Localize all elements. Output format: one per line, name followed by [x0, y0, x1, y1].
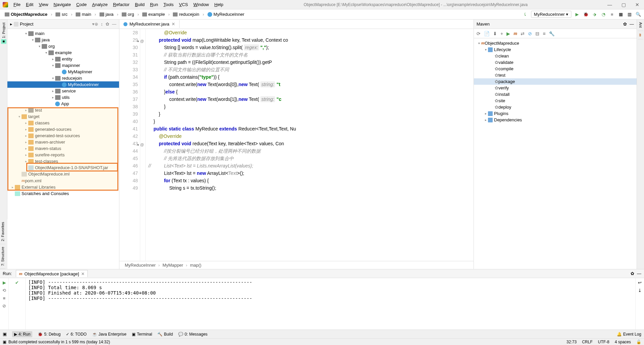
collapse-all-icon[interactable]: ⊟ — [535, 31, 539, 36]
hide-icon[interactable]: — — [637, 271, 641, 276]
tree-item[interactable]: ▸surefire-reports — [7, 152, 119, 158]
maven-item[interactable]: ✿ install — [474, 91, 637, 98]
tree-item[interactable]: ▸test-classes — [7, 158, 119, 164]
close-tab-icon[interactable]: ✕ — [172, 22, 175, 27]
tree-item[interactable]: ▸maven-archiver — [7, 139, 119, 145]
tool-terminal[interactable]: ▣ Terminal — [132, 332, 152, 337]
tree-item[interactable]: ▸service — [7, 88, 119, 94]
tool-messages[interactable]: 💬 0: Messages — [178, 332, 207, 337]
tree-item[interactable]: ▸generated-sources — [7, 126, 119, 132]
toggle-icon[interactable]: ⟲ — [2, 288, 6, 293]
coverage-button[interactable]: ⬗ — [592, 11, 598, 17]
maven-item[interactable]: ▸ Plugins — [474, 110, 637, 117]
reload-icon[interactable]: ⟳ — [477, 31, 481, 36]
maven-item[interactable]: ✿ package — [474, 78, 637, 85]
scroll-icon[interactable]: ⤓ — [638, 288, 642, 293]
tree-item[interactable]: ▸classes — [7, 120, 119, 126]
exit-icon[interactable]: ⊘ — [2, 303, 6, 308]
wrench-icon[interactable]: 🔧 — [549, 31, 555, 36]
menu-vcs[interactable]: VCS — [176, 1, 191, 8]
menu-window[interactable]: Window — [191, 1, 212, 8]
profile-button[interactable]: ◔ — [600, 11, 606, 17]
menu-edit[interactable]: Edit — [23, 1, 36, 8]
cursor-position[interactable]: 32:73 — [567, 340, 577, 344]
collapse-icon[interactable]: ↕ — [101, 22, 103, 27]
tree-item[interactable]: ObjectMapreduce.iml — [7, 171, 119, 177]
editor-tab[interactable]: MyReduceInner.java ✕ — [119, 20, 180, 28]
tree-item[interactable]: ▾java — [7, 37, 119, 43]
menu-view[interactable]: View — [36, 1, 51, 8]
stop-button[interactable]: ■ — [609, 11, 615, 17]
tree-item[interactable]: ▾mapinner — [7, 62, 119, 69]
toggle-tool-windows-icon[interactable]: ▣ — [3, 332, 7, 337]
breadcrumb-item[interactable]: MyReduceInner — [205, 11, 247, 17]
maven-item[interactable]: ▾m ObjectMapreduce — [474, 40, 637, 46]
layout-icon2[interactable]: ▥ — [627, 11, 633, 17]
indent-setting[interactable]: 4 spaces — [615, 340, 631, 344]
settings-icon[interactable]: ✿ — [106, 22, 109, 27]
readonly-lock-icon[interactable]: 🔓 — [636, 340, 641, 344]
breadcrumb-item[interactable]: java — [98, 11, 116, 17]
download-icon[interactable]: ⬇ — [493, 31, 497, 36]
project-tree[interactable]: ▾main▾java▾org▾example▸entity▾mapinnerMy… — [7, 29, 119, 269]
soft-wrap-icon[interactable]: ↩ — [638, 280, 642, 285]
right-tab-ant[interactable]: Ant — [638, 20, 643, 31]
menu-navigate[interactable]: Navigate — [51, 1, 73, 8]
left-tab-project[interactable]: ■ 1: Project — [1, 20, 6, 47]
line-gutter[interactable]: 2829● @3031323334353637383940414243● @44… — [119, 29, 140, 261]
tree-item[interactable]: ObjectMapreduce-1.0-SNAPSHOT.jar — [7, 164, 119, 171]
maven-item[interactable]: ✿ site — [474, 98, 637, 104]
event-log[interactable]: 🔔 Event Log — [617, 332, 641, 337]
tree-item[interactable]: mpom.xml — [7, 177, 119, 184]
tree-item[interactable]: ▸entity — [7, 56, 119, 62]
left-tab-structure[interactable]: 7: Structure — [0, 244, 5, 269]
tree-item[interactable]: MyReduceInner — [7, 81, 119, 88]
show-icon[interactable]: ≡ — [543, 31, 545, 36]
menu-help[interactable]: Help — [212, 1, 226, 8]
tree-item[interactable]: App — [7, 101, 119, 107]
rerun-icon[interactable]: ▶ — [3, 280, 6, 285]
tree-item[interactable]: ▸maven-status — [7, 145, 119, 152]
tree-item[interactable]: MyMapInner — [7, 69, 119, 75]
maven-item[interactable]: ✿ compile — [474, 66, 637, 72]
tree-item[interactable]: ▾reducejoin — [7, 75, 119, 81]
menu-refactor[interactable]: Refactor — [110, 1, 132, 8]
tree-item[interactable]: ▾org — [7, 43, 119, 49]
maven-item[interactable]: ▸ Dependencies — [474, 117, 637, 123]
menu-build[interactable]: Build — [132, 1, 147, 8]
right-tab-maven[interactable]: m — [638, 31, 643, 40]
breadcrumb-item[interactable]: src — [53, 11, 69, 17]
run-output[interactable]: [INFO] ---------------------------------… — [26, 278, 635, 330]
minimize-button[interactable]: — — [605, 1, 614, 8]
close-button[interactable]: ✕ — [633, 1, 641, 8]
maven-item[interactable]: ✿ deploy — [474, 104, 637, 110]
run-button[interactable]: ▶ — [574, 11, 580, 17]
hide-icon[interactable]: — — [630, 22, 634, 27]
offline-icon[interactable]: ⊘ — [528, 31, 532, 36]
tree-item[interactable]: ▸utils — [7, 94, 119, 101]
maximize-button[interactable]: ▢ — [619, 1, 628, 8]
run-icon[interactable]: ▶ — [506, 31, 510, 36]
tool-java-enterprise[interactable]: ☕ Java Enterprise — [92, 332, 126, 337]
tree-item[interactable]: ▾main — [7, 30, 119, 37]
tool-run[interactable]: ▶ 4: Run — [12, 331, 32, 337]
maven-item[interactable]: ✿ clean — [474, 53, 637, 59]
settings-icon[interactable]: ✿ — [631, 271, 634, 276]
expand-icon[interactable]: ▸ — [10, 22, 12, 27]
close-run-tab-icon[interactable]: ✕ — [81, 271, 85, 276]
tree-item[interactable]: Scratches and Consoles — [7, 190, 119, 197]
settings-icon[interactable]: ✿ — [623, 22, 627, 27]
menu-tools[interactable]: Tools — [161, 1, 176, 8]
run-tab[interactable]: m ObjectMapreduce [package] ✕ — [16, 270, 88, 277]
build-icon[interactable]: ⤹ — [522, 11, 528, 17]
menu-file[interactable]: File — [11, 1, 23, 8]
tree-item[interactable]: ▾target — [7, 113, 119, 120]
maven-tree[interactable]: ▾m ObjectMapreduce▾ Lifecycle✿ clean✿ va… — [474, 38, 637, 269]
maven-icon[interactable]: m — [514, 31, 517, 36]
editor-breadcrumb[interactable]: MyReduceInner› MyMapper› map() — [119, 261, 473, 269]
breadcrumb-item[interactable]: reducejoin — [171, 11, 201, 17]
debug-button[interactable]: 🐞 — [583, 11, 589, 17]
tool-debug[interactable]: 🐞 5: Debug — [38, 332, 61, 337]
line-separator[interactable]: CRLF — [582, 340, 593, 344]
maven-item[interactable]: ▾ Lifecycle — [474, 46, 637, 53]
